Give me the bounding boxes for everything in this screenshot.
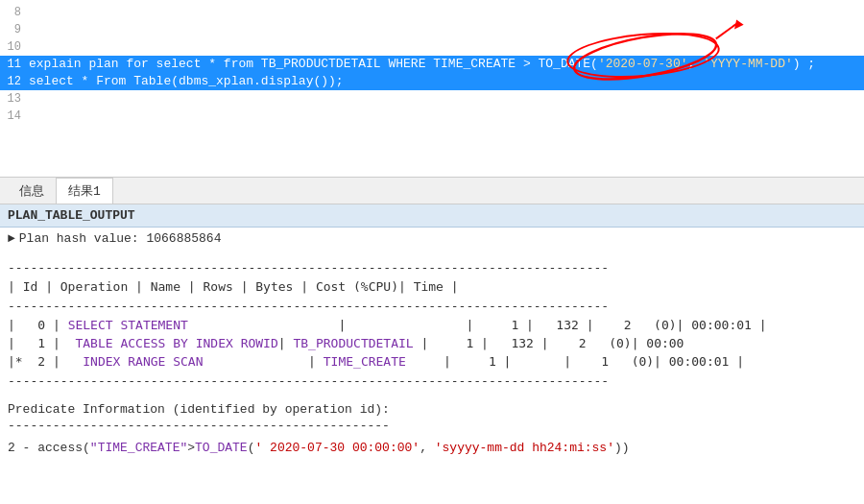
tab-info[interactable]: 信息 — [8, 179, 56, 204]
plan-hash-value: Plan hash value: 1066885864 — [19, 231, 222, 246]
code-line-8: 8 — [0, 4, 864, 21]
plan-row-1: | 1 | TABLE ACCESS BY INDEX ROWID| TB_PR… — [0, 334, 864, 352]
separator-2: ----------------------------------------… — [0, 296, 864, 316]
code-lines: 8 9 10 11 explain plan for select * from… — [0, 0, 864, 129]
plan-row-0: | 0 | SELECT STATEMENT | | 1 | 132 | 2 (… — [0, 316, 864, 334]
tab-result1[interactable]: 结果1 — [56, 178, 113, 204]
expand-arrow[interactable]: ► — [8, 231, 15, 246]
predicate-value: 2 - access("TIME_CREATE">TO_DATE(' 2020-… — [8, 441, 856, 455]
separator-3: ----------------------------------------… — [0, 371, 864, 391]
predicate-title: Predicate Information (identified by ope… — [8, 402, 856, 417]
predicate-sep: ----------------------------------------… — [8, 419, 856, 433]
code-line-12: 12 select * From Table(dbms_xplan.displa… — [0, 73, 864, 90]
code-line-9: 9 — [0, 21, 864, 38]
plan-hash-row: ► Plan hash value: 1066885864 — [0, 228, 864, 250]
predicate-section: Predicate Information (identified by ope… — [0, 396, 864, 455]
results-area: PLAN_TABLE_OUTPUT ► Plan hash value: 106… — [0, 204, 864, 504]
plan-table-header: PLAN_TABLE_OUTPUT — [0, 204, 864, 228]
code-line-10: 10 — [0, 38, 864, 56]
plan-row-2: |* 2 | INDEX RANGE SCAN | TIME_CREATE | … — [0, 352, 864, 371]
tabs-bar: 信息 结果1 — [0, 178, 864, 204]
code-line-13: 13 — [0, 90, 864, 108]
col-header: | Id | Operation | Name | Rows | Bytes |… — [0, 277, 864, 296]
code-editor[interactable]: 8 9 10 11 explain plan for select * from… — [0, 0, 864, 178]
code-line-14: 14 — [0, 108, 864, 125]
code-line-11: 11 explain plan for select * from TB_PRO… — [0, 56, 864, 73]
separator-1: ----------------------------------------… — [0, 257, 864, 277]
